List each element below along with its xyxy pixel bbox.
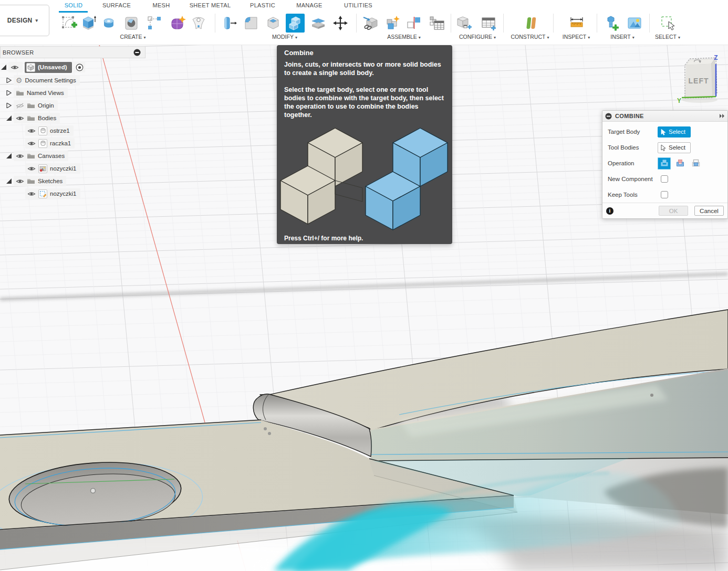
tree-row-sketch-nozyczki1[interactable]: nozyczki1 <box>25 188 80 199</box>
fusion360-window: { "toolbar": { "workspace_selector": "DE… <box>0 0 728 571</box>
info-icon[interactable]: i <box>606 207 613 215</box>
revolve-button[interactable] <box>100 14 119 33</box>
gear-icon: ⚙ <box>16 77 23 84</box>
root-component[interactable]: (Unsaved) <box>25 62 72 73</box>
hole-center-point[interactable] <box>91 489 96 493</box>
tab-manage[interactable]: MANAGE <box>294 2 325 10</box>
eye-icon[interactable] <box>16 178 24 184</box>
eye-off-icon[interactable] <box>16 103 24 109</box>
workspace-label: DESIGN <box>7 17 33 24</box>
group-assemble[interactable]: ASSEMBLE▾ <box>378 34 430 41</box>
pattern-button[interactable] <box>145 14 164 33</box>
tab-plastic[interactable]: PLASTIC <box>248 2 277 10</box>
operation-join-button[interactable] <box>658 157 671 170</box>
hole-button[interactable] <box>122 14 141 33</box>
eye-icon[interactable] <box>16 153 24 159</box>
configuration-button[interactable] <box>455 14 474 33</box>
eye-icon[interactable] <box>16 115 24 121</box>
fillet-button[interactable] <box>242 14 261 33</box>
select-button[interactable] <box>659 14 678 33</box>
operation-intersect-button[interactable] <box>689 157 702 170</box>
expanded-icon[interactable] <box>6 178 12 184</box>
tab-mesh[interactable]: MESH <box>150 2 173 10</box>
viewcube[interactable]: LEFT Z Y <box>675 51 728 105</box>
generative-design-button[interactable] <box>189 14 208 33</box>
operation-row: Operation <box>602 157 727 170</box>
expand-dialog-icon[interactable] <box>720 113 725 119</box>
measure-button[interactable] <box>567 14 586 33</box>
group-configure[interactable]: CONFIGURE▾ <box>451 34 504 41</box>
create-sketch-button[interactable] <box>60 14 79 33</box>
browser-title: BROWSER <box>3 49 133 56</box>
press-pull-button[interactable] <box>221 14 240 33</box>
tool-bodies-select-button[interactable]: Select <box>658 142 691 153</box>
eye-icon[interactable] <box>27 141 36 146</box>
tab-surface[interactable]: SURFACE <box>100 2 133 10</box>
eye-icon[interactable] <box>27 191 36 197</box>
combine-tooltip: Combine Joins, cuts, or intersects two o… <box>277 45 452 244</box>
construct-plane-button[interactable] <box>521 14 540 33</box>
configuration-table-button[interactable] <box>479 14 498 33</box>
target-body-select-button[interactable]: Select <box>658 126 691 138</box>
group-construct[interactable]: CONSTRUCT▾ <box>504 34 556 41</box>
canvas-button[interactable] <box>625 14 644 33</box>
operation-cut-button[interactable] <box>673 157 687 170</box>
new-component-button[interactable] <box>382 14 401 33</box>
expanded-icon[interactable] <box>6 115 12 121</box>
eye-icon[interactable] <box>11 65 19 70</box>
tree-row-canvases[interactable]: Canvases <box>6 150 68 162</box>
joint-button[interactable] <box>404 14 423 33</box>
group-insert[interactable]: INSERT▾ <box>601 34 643 41</box>
new-component-checkbox[interactable] <box>661 175 668 183</box>
collapsed-icon[interactable] <box>6 103 12 108</box>
workspace-selector[interactable]: DESIGN ▾ <box>0 5 49 36</box>
activate-component-icon[interactable] <box>76 64 84 71</box>
tree-row-sketches[interactable]: Sketches <box>6 175 66 187</box>
body-icon <box>38 139 47 148</box>
tab-solid[interactable]: SOLID <box>59 2 88 10</box>
bom-table-button[interactable] <box>428 14 446 33</box>
group-modify[interactable]: MODIFY▾ <box>264 34 306 41</box>
folder-icon <box>27 178 35 184</box>
combine-dialog-header[interactable]: COMBINE <box>602 111 727 122</box>
target-body-label: Target Body <box>608 129 658 135</box>
group-create[interactable]: CREATE▾ <box>112 34 154 41</box>
collapsed-icon[interactable] <box>6 90 12 96</box>
combine-button[interactable] <box>286 14 305 33</box>
tree-row-body-ostrze1[interactable]: ostrze1 <box>25 125 74 136</box>
move-copy-button[interactable] <box>331 14 350 33</box>
eye-icon[interactable] <box>27 166 36 172</box>
tree-row-canvas-nozyczki1[interactable]: nozyczki1 <box>25 163 80 174</box>
expanded-icon[interactable] <box>1 65 6 70</box>
new-component-row: New Component <box>602 173 727 185</box>
expanded-icon[interactable] <box>6 153 12 158</box>
active-tab-underline <box>59 11 88 13</box>
tab-utilities[interactable]: UTILITIES <box>342 2 374 10</box>
tab-sheet-metal[interactable]: SHEET METAL <box>189 2 231 10</box>
generative-design-icon <box>190 15 207 31</box>
shell-button[interactable] <box>264 14 283 33</box>
eye-icon[interactable] <box>27 128 36 134</box>
insert-fastener-button[interactable] <box>602 14 621 33</box>
viewcube-face-label[interactable]: LEFT <box>689 77 709 85</box>
tree-row-body-raczka1[interactable]: raczka1 <box>25 138 75 149</box>
press-pull-icon <box>222 15 238 31</box>
collapsed-icon[interactable] <box>6 78 12 83</box>
group-inspect[interactable]: INSPECT▾ <box>555 34 597 41</box>
tree-row-bodies[interactable]: Bodies <box>6 112 60 124</box>
collapse-dialog-icon[interactable] <box>605 113 612 120</box>
tree-row-root[interactable]: (Unsaved) <box>1 61 85 73</box>
split-body-button[interactable] <box>309 14 328 33</box>
tree-row-origin[interactable]: Origin <box>6 100 58 111</box>
tree-row-document-settings[interactable]: ⚙Document Settings <box>6 75 80 86</box>
tree-row-named-views[interactable]: Named Views <box>6 87 68 99</box>
form-button[interactable] <box>168 14 187 33</box>
insert-derive-button[interactable] <box>361 14 380 33</box>
collapse-browser-icon[interactable] <box>133 49 141 56</box>
extrude-button[interactable] <box>79 14 98 33</box>
group-select[interactable]: SELECT▾ <box>647 34 689 41</box>
ok-button[interactable]: OK <box>659 206 688 216</box>
cancel-button[interactable]: Cancel <box>694 206 724 216</box>
keep-tools-checkbox[interactable] <box>661 191 668 198</box>
tooltip-title: Combine <box>284 49 314 57</box>
